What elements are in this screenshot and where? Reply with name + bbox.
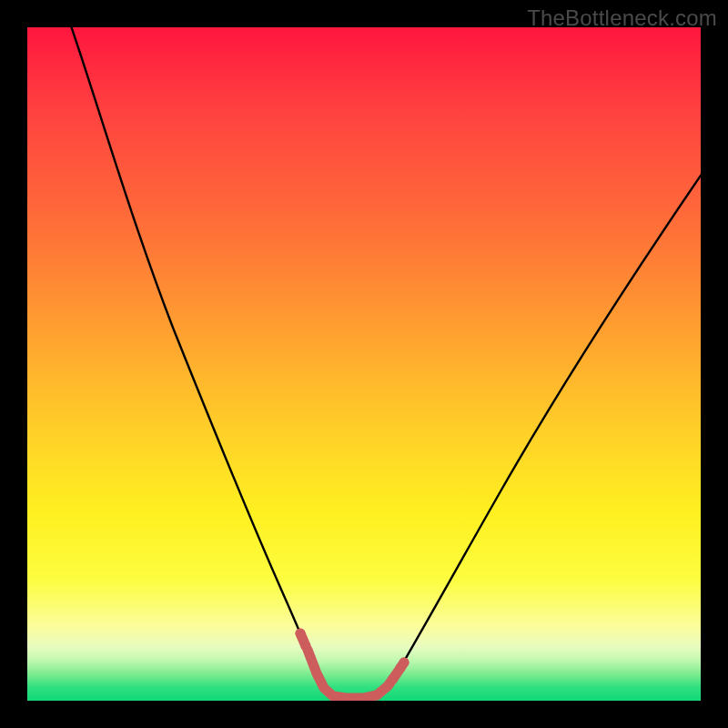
accent-dot: [301, 642, 311, 652]
accent-dot: [389, 674, 399, 684]
watermark-text: TheBottleneck.com: [527, 5, 717, 31]
accent-dot: [296, 629, 306, 639]
chart-frame: TheBottleneck.com: [0, 0, 728, 728]
bottleneck-curve: [68, 27, 701, 698]
accent-segment: [300, 633, 404, 698]
accent-dot: [399, 658, 410, 668]
plot-area: [27, 27, 701, 701]
curve-layer: [27, 27, 701, 701]
